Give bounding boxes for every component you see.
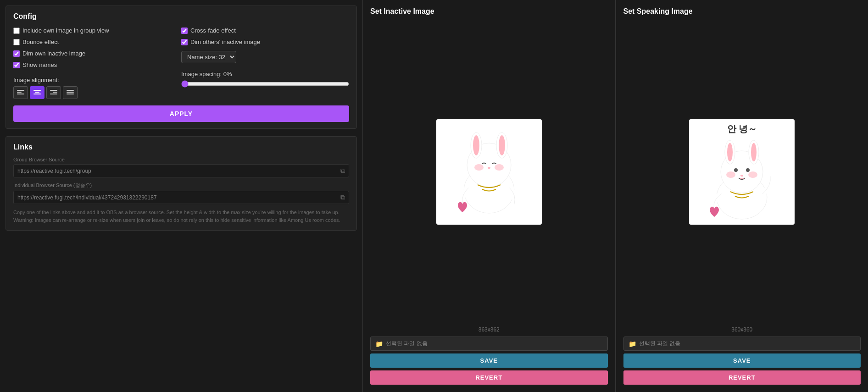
show-names-row: Show names bbox=[13, 61, 181, 69]
right-panels: Set Inactive Image bbox=[362, 0, 868, 392]
svg-point-28 bbox=[751, 143, 757, 161]
svg-point-19 bbox=[499, 135, 505, 155]
speaking-file-input-row[interactable]: 📁 선택된 파일 없음 bbox=[623, 337, 861, 351]
links-section: Links Group Browser Source https://react… bbox=[6, 136, 357, 231]
cross-fade-label[interactable]: Cross-fade effect bbox=[190, 27, 236, 34]
cross-fade-row: Cross-fade effect bbox=[181, 26, 349, 35]
svg-rect-10 bbox=[50, 94, 57, 94]
svg-rect-0 bbox=[17, 90, 24, 91]
svg-point-21 bbox=[495, 164, 504, 171]
inactive-bunny-svg bbox=[439, 121, 540, 222]
config-right-col: Cross-fade effect Dim others' inactive i… bbox=[181, 26, 349, 99]
bounce-effect-row: Bounce effect bbox=[13, 38, 181, 46]
dim-others-label[interactable]: Dim others' inactive image bbox=[190, 39, 260, 45]
speaking-revert-button[interactable]: REVERT bbox=[623, 370, 861, 385]
inactive-dimensions: 363x362 bbox=[370, 326, 608, 333]
svg-point-31 bbox=[726, 171, 735, 178]
speaking-image-preview: 안 녕～ bbox=[623, 21, 861, 323]
show-names-label[interactable]: Show names bbox=[22, 61, 57, 68]
alignment-label: Image alignment: bbox=[13, 77, 181, 83]
svg-point-20 bbox=[474, 164, 484, 171]
config-grid: Include own image in group view Bounce e… bbox=[13, 26, 349, 99]
group-browser-url: https://reactive.fugi.tech/group bbox=[17, 168, 340, 174]
show-names-checkbox[interactable] bbox=[13, 62, 20, 68]
svg-rect-5 bbox=[35, 92, 39, 93]
speaking-file-icon: 📁 bbox=[629, 340, 636, 348]
svg-rect-8 bbox=[50, 90, 57, 91]
svg-point-33 bbox=[740, 175, 743, 177]
svg-rect-9 bbox=[53, 92, 57, 93]
svg-point-32 bbox=[748, 171, 757, 178]
dim-others-row: Dim others' inactive image bbox=[181, 38, 349, 46]
config-section: Config Include own image in group view B… bbox=[6, 6, 357, 129]
group-browser-label: Group Browser Source bbox=[13, 157, 349, 162]
apply-button[interactable]: APPLY bbox=[13, 105, 349, 122]
image-spacing-slider[interactable] bbox=[181, 80, 349, 88]
speaking-dimensions: 360x360 bbox=[623, 326, 861, 333]
links-note: Copy one of the links above and add it t… bbox=[13, 209, 349, 224]
inactive-file-input-row[interactable]: 📁 선택된 파일 없음 bbox=[370, 337, 608, 351]
config-title: Config bbox=[13, 12, 349, 21]
svg-rect-13 bbox=[67, 94, 74, 94]
inactive-revert-button[interactable]: REVERT bbox=[370, 370, 608, 385]
group-copy-icon[interactable]: ⧉ bbox=[340, 167, 345, 175]
individual-browser-url: https://reactive.fugi.tech/individual/43… bbox=[17, 194, 340, 201]
inactive-file-icon: 📁 bbox=[375, 340, 383, 348]
svg-point-30 bbox=[746, 168, 750, 172]
align-center-button[interactable] bbox=[30, 86, 45, 99]
svg-rect-4 bbox=[33, 90, 41, 91]
individual-browser-label: Individual Browser Source (정승우) bbox=[13, 182, 349, 189]
include-own-image-label[interactable]: Include own image in group view bbox=[22, 27, 109, 34]
svg-point-17 bbox=[473, 135, 479, 155]
speaking-text-overlay: 안 녕～ bbox=[689, 123, 795, 135]
inactive-save-button[interactable]: SAVE bbox=[370, 353, 608, 368]
svg-rect-11 bbox=[67, 90, 74, 91]
include-own-image-row: Include own image in group view bbox=[13, 26, 181, 35]
dim-own-inactive-checkbox[interactable] bbox=[13, 50, 20, 57]
image-spacing-section: Image spacing: 0% bbox=[181, 71, 349, 89]
svg-point-26 bbox=[727, 143, 733, 161]
svg-rect-6 bbox=[33, 94, 41, 94]
svg-point-29 bbox=[734, 168, 738, 172]
svg-rect-12 bbox=[67, 92, 74, 93]
speaking-bunny-svg bbox=[691, 126, 792, 225]
bounce-effect-checkbox[interactable] bbox=[13, 39, 20, 45]
links-title: Links bbox=[13, 143, 349, 151]
inactive-file-label: 선택된 파일 없음 bbox=[386, 340, 428, 348]
cross-fade-checkbox[interactable] bbox=[181, 28, 188, 34]
svg-rect-1 bbox=[17, 92, 22, 93]
dim-others-checkbox[interactable] bbox=[181, 39, 188, 45]
speaking-save-button[interactable]: SAVE bbox=[623, 353, 861, 368]
left-panel: Config Include own image in group view B… bbox=[0, 0, 362, 392]
individual-browser-row: https://reactive.fugi.tech/individual/43… bbox=[13, 191, 349, 204]
inactive-panel-title: Set Inactive Image bbox=[370, 7, 608, 16]
config-left-col: Include own image in group view Bounce e… bbox=[13, 26, 181, 99]
align-left-button[interactable] bbox=[13, 86, 28, 99]
inactive-image-panel: Set Inactive Image bbox=[362, 0, 616, 392]
alignment-buttons bbox=[13, 86, 181, 99]
name-size-row: Name size: 32px Name size: 24px Name siz… bbox=[181, 51, 349, 63]
svg-rect-2 bbox=[17, 94, 24, 94]
name-size-select[interactable]: Name size: 32px Name size: 24px Name siz… bbox=[181, 51, 236, 63]
alignment-section: Image alignment: bbox=[13, 77, 181, 99]
speaking-panel-title: Set Speaking Image bbox=[623, 7, 861, 16]
svg-point-22 bbox=[488, 167, 490, 169]
spacing-label: Image spacing: 0% bbox=[181, 71, 349, 77]
align-right-button[interactable] bbox=[46, 86, 61, 99]
speaking-file-label: 선택된 파일 없음 bbox=[639, 340, 681, 348]
dim-own-inactive-label[interactable]: Dim own inactive image bbox=[22, 50, 85, 57]
dim-own-inactive-row: Dim own inactive image bbox=[13, 49, 181, 58]
individual-copy-icon[interactable]: ⧉ bbox=[340, 193, 345, 201]
group-browser-row: https://reactive.fugi.tech/group ⧉ bbox=[13, 164, 349, 177]
align-justify-button[interactable] bbox=[63, 86, 78, 99]
speaking-image-panel: Set Speaking Image 안 녕～ bbox=[616, 0, 868, 392]
bounce-effect-label[interactable]: Bounce effect bbox=[22, 39, 59, 45]
inactive-image-preview bbox=[370, 21, 608, 323]
include-own-image-checkbox[interactable] bbox=[13, 28, 20, 34]
